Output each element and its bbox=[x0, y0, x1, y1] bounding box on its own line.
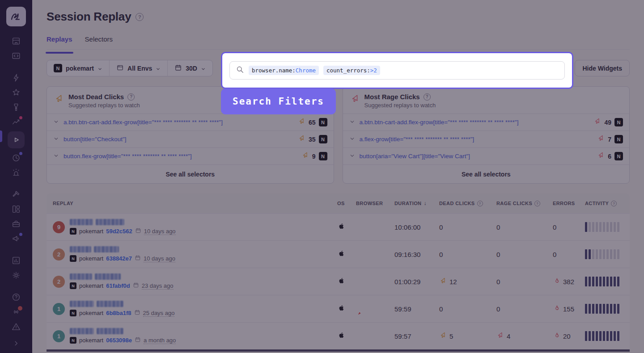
search-filters-spotlight: browser.name:Chrome count_errors:>2 Sear… bbox=[221, 52, 573, 114]
search-filters-box: browser.name:Chrome count_errors:>2 bbox=[221, 52, 573, 89]
app-window: Session Replay ? Replays Selectors N pok… bbox=[0, 0, 644, 353]
search-icon bbox=[236, 65, 244, 76]
search-input[interactable]: browser.name:Chrome count_errors:>2 bbox=[229, 61, 565, 80]
filter-chip-browser[interactable]: browser.name:Chrome bbox=[249, 66, 319, 75]
search-filters-tooltip: Search Filters bbox=[221, 88, 336, 114]
filter-chip-errors[interactable]: count_errors:>2 bbox=[323, 66, 380, 75]
